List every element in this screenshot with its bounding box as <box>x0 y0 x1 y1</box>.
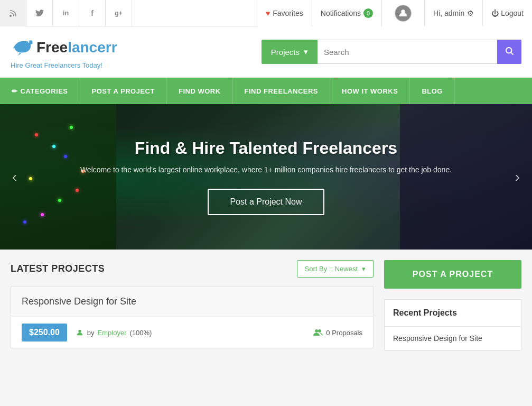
recent-projects-section: Recent Projects Responsive Design for Si… <box>384 299 521 351</box>
search-input[interactable] <box>318 40 497 64</box>
project-author: by Employer (100%) <box>76 328 314 337</box>
svg-point-2 <box>28 41 30 43</box>
chevron-down-icon: ▾ <box>304 47 308 57</box>
author-link[interactable]: Employer <box>98 329 127 337</box>
nav-find-freelancers[interactable]: FIND FREELANCERS <box>233 78 330 104</box>
sort-button[interactable]: Sort By :: Newest ▾ <box>297 260 374 278</box>
sort-label: Sort By :: Newest <box>305 265 358 273</box>
proposals-count: 0 Proposals <box>326 329 362 337</box>
search-icon <box>505 46 514 58</box>
svg-point-6 <box>315 329 318 333</box>
main-content: LATEST PROJECTS Sort By :: Newest ▾ Resp… <box>0 250 532 362</box>
blog-label: BLOG <box>422 87 443 95</box>
nav-how-it-works[interactable]: HOW IT WORKS <box>330 78 410 104</box>
hero-content: Find & Hire Talented Freelancers Welcome… <box>80 139 452 215</box>
rss-icon[interactable] <box>0 0 26 26</box>
hero-next-button[interactable]: › <box>508 168 527 186</box>
pencil-icon: ✏ <box>12 87 18 95</box>
right-column: POST A PROJECT Recent Projects Responsiv… <box>384 260 521 351</box>
avatar <box>395 5 412 22</box>
googleplus-icon[interactable]: g+ <box>106 0 132 26</box>
hero-section: ‹ Find & Hire Talented Freelancers Welco… <box>0 104 532 250</box>
notifications-badge: 0 <box>363 8 373 18</box>
social-icons: in f g+ <box>0 0 132 26</box>
nav-post-project[interactable]: POST A PROJECT <box>80 78 167 104</box>
favorites-button[interactable]: ♥ Favorites <box>257 0 312 26</box>
categories-label: CATEGORIES <box>21 87 68 95</box>
logout-button[interactable]: ⏻ Logout <box>482 0 532 26</box>
twitter-icon[interactable] <box>26 0 53 26</box>
hi-admin-button[interactable]: Hi, admin ⚙ <box>424 0 482 26</box>
recent-projects-title: Recent Projects <box>385 300 521 327</box>
project-card-footer: $250.00 by Employer (100%) <box>11 317 373 348</box>
author-percent: (100%) <box>130 329 152 337</box>
logo-area: Freelancerr Hire Great Freelancers Today… <box>11 34 117 69</box>
svg-point-7 <box>318 329 321 333</box>
main-nav: ✏ CATEGORIES POST A PROJECT FIND WORK FI… <box>0 78 532 104</box>
hero-prev-button[interactable]: ‹ <box>5 168 24 186</box>
search-button[interactable] <box>497 40 521 64</box>
hi-admin-label: Hi, admin <box>433 9 464 17</box>
hero-subtitle: Welcome to the world's largest online wo… <box>80 165 452 174</box>
projects-dropdown-button[interactable]: Projects ▾ <box>262 40 318 64</box>
latest-projects-title: LATEST PROJECTS <box>11 263 105 274</box>
logo-bird-icon <box>11 34 34 60</box>
top-bar: in f g+ ♥ Favorites Notifications 0 Hi, … <box>0 0 532 26</box>
nav-find-work[interactable]: FIND WORK <box>167 78 233 104</box>
logo[interactable]: Freelancerr <box>11 34 117 60</box>
search-area: Projects ▾ <box>262 40 521 64</box>
user-icon <box>76 328 84 337</box>
notifications-button[interactable]: Notifications 0 <box>312 0 381 26</box>
header: Freelancerr Hire Great Freelancers Today… <box>0 26 532 78</box>
hero-title: Find & Hire Talented Freelancers <box>80 139 452 158</box>
project-title: Responsive Design for Site <box>11 287 373 317</box>
tagline: Hire Great Freelancers Today! <box>11 61 117 69</box>
how-it-works-label: HOW IT WORKS <box>342 87 398 95</box>
proposals-icon <box>313 328 323 337</box>
settings-icon: ⚙ <box>467 9 474 17</box>
linkedin-icon[interactable]: in <box>53 0 79 26</box>
hero-cta-button[interactable]: Post a Project Now <box>208 189 324 215</box>
svg-point-0 <box>10 15 12 17</box>
recent-project-item[interactable]: Responsive Design for Site <box>385 327 521 350</box>
project-price: $250.00 <box>22 324 67 342</box>
favorites-label: Favorites <box>273 9 303 17</box>
avatar-button[interactable] <box>381 0 424 26</box>
find-work-label: FIND WORK <box>179 87 221 95</box>
chevron-down-icon: ▾ <box>362 265 366 273</box>
latest-projects-header: LATEST PROJECTS Sort By :: Newest ▾ <box>11 260 374 278</box>
facebook-icon[interactable]: f <box>79 0 106 26</box>
projects-label: Projects <box>271 48 300 57</box>
top-bar-right: ♥ Favorites Notifications 0 Hi, admin ⚙ … <box>257 0 532 26</box>
notifications-label: Notifications <box>321 9 361 17</box>
left-column: LATEST PROJECTS Sort By :: Newest ▾ Resp… <box>11 260 374 351</box>
power-icon: ⏻ <box>491 9 499 17</box>
svg-point-5 <box>78 330 81 333</box>
post-project-button[interactable]: POST A PROJECT <box>384 260 521 289</box>
project-card: Responsive Design for Site $250.00 by Em… <box>11 286 374 348</box>
author-prefix: by <box>87 329 95 337</box>
nav-blog[interactable]: BLOG <box>410 78 455 104</box>
svg-point-3 <box>506 48 512 53</box>
post-project-label: POST A PROJECT <box>92 87 155 95</box>
nav-categories[interactable]: ✏ CATEGORIES <box>0 78 80 104</box>
project-proposals: 0 Proposals <box>313 328 362 337</box>
logout-label: Logout <box>501 9 524 17</box>
logo-text: Freelancerr <box>36 39 117 56</box>
heart-icon: ♥ <box>266 9 270 17</box>
find-freelancers-label: FIND FREELANCERS <box>245 87 318 95</box>
svg-line-4 <box>511 52 513 54</box>
